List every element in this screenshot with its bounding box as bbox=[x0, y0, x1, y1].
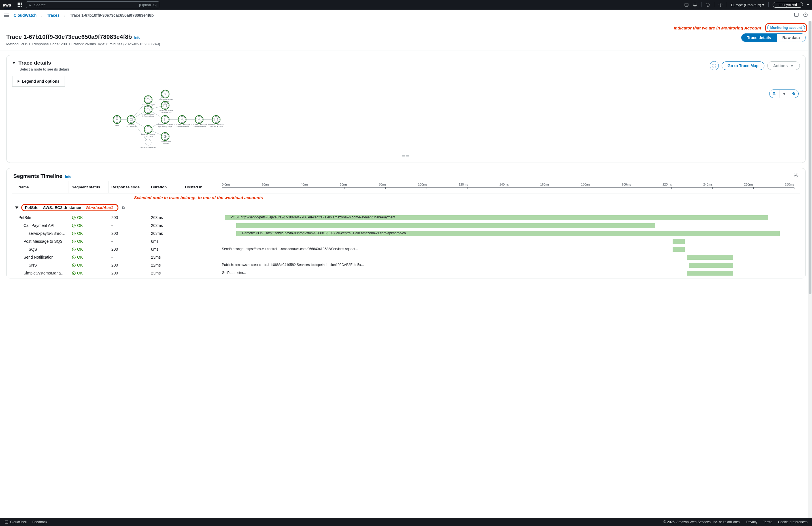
segment-response: 200 bbox=[108, 270, 148, 276]
svg-text:EC2 Instance: EC2 Instance bbox=[126, 126, 136, 128]
svg-point-68 bbox=[164, 136, 166, 137]
col-duration[interactable]: Duration bbox=[148, 181, 182, 193]
actions-dropdown[interactable]: Actions ▼ bbox=[767, 61, 800, 70]
tab-trace-details[interactable]: Trace details bbox=[741, 34, 777, 42]
segment-host bbox=[182, 240, 222, 243]
clock-icon[interactable] bbox=[803, 12, 808, 18]
copy-icon[interactable] bbox=[121, 206, 125, 209]
svg-text:ECS Container: ECS Container bbox=[143, 116, 154, 118]
col-response[interactable]: Response code bbox=[108, 181, 148, 193]
zoom-controls bbox=[769, 89, 799, 98]
svg-point-6 bbox=[720, 4, 721, 5]
svg-point-99 bbox=[72, 255, 75, 259]
tab-raw-data[interactable]: Raw data bbox=[777, 34, 806, 42]
segment-row[interactable]: Call Payment APIOK-203ms bbox=[12, 221, 800, 230]
svg-text:PetSite: PetSite bbox=[128, 124, 134, 126]
segment-host bbox=[182, 216, 222, 219]
info-link[interactable]: Info bbox=[134, 36, 141, 40]
search-placeholder: Search bbox=[34, 3, 46, 7]
search-icon bbox=[29, 3, 32, 7]
resize-handle[interactable]: ══ bbox=[12, 154, 800, 158]
svg-line-85 bbox=[775, 94, 776, 95]
collapse-caret-icon[interactable] bbox=[12, 62, 16, 64]
segment-response: - bbox=[108, 222, 148, 229]
segment-name: SNS bbox=[12, 262, 69, 268]
annotation-workload: Selected node in trace belongs to one of… bbox=[12, 193, 800, 202]
segment-row[interactable]: servic-payfo-88nron...OK200203msRemote: … bbox=[12, 230, 800, 237]
privacy-link[interactable]: Privacy bbox=[746, 520, 757, 524]
segment-duration: 6ms bbox=[148, 246, 182, 253]
svg-point-94 bbox=[72, 216, 75, 219]
svg-text:Services-...X5PiLgM: Services-...X5PiLgM bbox=[175, 124, 190, 126]
group-account: WorkloadAcc1 bbox=[86, 205, 113, 210]
trace-map-svg: Client PetSiteEC2 Instance Services.../H… bbox=[108, 88, 228, 151]
svg-text:DynamoDB Table: DynamoDB Table bbox=[210, 126, 223, 128]
panel-toggle-icon[interactable] bbox=[794, 12, 799, 18]
info-link[interactable]: Info bbox=[65, 175, 71, 179]
col-status[interactable]: Segment status bbox=[69, 181, 108, 193]
svg-text:https://sq...et7/adk: https://sq...et7/adk bbox=[141, 134, 155, 135]
svg-text:ApiGateway Stage: ApiGateway Stage bbox=[158, 126, 172, 128]
timeline-bar-label: Remote: POST http://servic-payfo-88nronv… bbox=[242, 231, 408, 235]
col-hosted-in[interactable]: Hosted in bbox=[182, 181, 222, 193]
svg-text:Client: Client bbox=[115, 125, 119, 126]
view-tabs: Trace details Raw data bbox=[741, 33, 806, 42]
segment-response: 200 bbox=[108, 262, 148, 268]
segment-duration: 23ms bbox=[148, 270, 182, 276]
col-name[interactable]: Name bbox=[12, 181, 69, 193]
segment-row[interactable]: Post Message to SQSOK-6ms bbox=[12, 237, 800, 245]
segment-name: Post Message to SQS bbox=[12, 238, 69, 245]
segment-row[interactable]: SNSOK20022msPublish: arn:aws:sns:eu-cent… bbox=[12, 261, 800, 269]
cloudshell-link[interactable]: CloudShell bbox=[4, 520, 27, 524]
segment-row[interactable]: PetSiteOK200263msPOST http://servic-pets… bbox=[12, 214, 800, 221]
breadcrumb-traces[interactable]: Traces bbox=[47, 13, 59, 17]
zoom-reset-button[interactable] bbox=[779, 90, 789, 98]
go-to-trace-map-button[interactable]: Go to Trace Map bbox=[722, 61, 764, 70]
zoom-in-button[interactable] bbox=[769, 90, 779, 98]
segment-bar-cell: Remote: POST http://servic-payfo-88nronv… bbox=[222, 230, 800, 236]
terms-link[interactable]: Terms bbox=[763, 520, 772, 524]
aws-logo[interactable]: aws bbox=[3, 2, 14, 8]
footer: CloudShell Feedback © 2025, Amazon Web S… bbox=[0, 518, 812, 526]
region-selector[interactable]: Europe (Frankfurt) bbox=[731, 3, 764, 7]
svg-text:Services-...X5PiLgM: Services-...X5PiLgM bbox=[191, 124, 207, 126]
side-nav-toggle[interactable] bbox=[4, 14, 9, 17]
monitoring-account-badge[interactable]: Monitoring account bbox=[767, 25, 805, 31]
segment-host bbox=[182, 224, 222, 227]
segments-panel: Segments Timeline Info Name Segment stat… bbox=[6, 168, 806, 278]
segment-status: OK bbox=[69, 262, 108, 268]
segment-group-row[interactable]: PetSite AWS::EC2::Instance WorkloadAcc1 bbox=[12, 202, 800, 214]
segment-row[interactable]: SQSOK2006msSendMessage: https://sqs.eu-c… bbox=[12, 245, 800, 253]
cloudshell-icon[interactable] bbox=[684, 2, 689, 7]
user-menu[interactable]: anonymized bbox=[773, 2, 803, 8]
fullscreen-button[interactable] bbox=[710, 61, 719, 70]
chevron-down-icon[interactable] bbox=[807, 4, 809, 6]
settings-icon[interactable] bbox=[794, 173, 799, 178]
notifications-icon[interactable] bbox=[693, 2, 697, 7]
services-grid-icon[interactable] bbox=[17, 2, 22, 7]
svg-text:Remote: Remote bbox=[163, 143, 170, 144]
svg-point-0 bbox=[29, 4, 31, 6]
svg-rect-7 bbox=[795, 13, 798, 16]
vertical-scrollbar[interactable] bbox=[808, 21, 812, 518]
cookie-prefs-link[interactable]: Cookie preferences bbox=[778, 520, 808, 524]
svg-point-59 bbox=[162, 116, 168, 123]
trace-map[interactable]: Client PetSiteEC2 Instance Services.../H… bbox=[12, 88, 800, 154]
segment-status: OK bbox=[69, 254, 108, 261]
segment-duration: 22ms bbox=[148, 262, 182, 268]
zoom-out-button[interactable] bbox=[789, 90, 798, 98]
feedback-link[interactable]: Feedback bbox=[32, 520, 47, 524]
settings-icon[interactable] bbox=[718, 2, 723, 7]
legend-and-options[interactable]: Legend and options bbox=[12, 76, 65, 87]
segment-name: Call Payment API bbox=[12, 222, 69, 229]
segment-bar-cell bbox=[222, 254, 800, 260]
segment-row[interactable]: SimpleSystemsManage...OK20023msGetParame… bbox=[12, 269, 800, 277]
help-icon[interactable] bbox=[706, 2, 710, 7]
segment-row[interactable]: Send NotificationOK-23ms bbox=[12, 253, 800, 261]
svg-point-32 bbox=[145, 97, 151, 103]
segments-title: Segments Timeline bbox=[13, 173, 62, 179]
svg-text:SimpleSy..magement: SimpleSy..magement bbox=[140, 146, 156, 148]
global-search[interactable]: Search [Option+S] bbox=[26, 1, 159, 8]
breadcrumb-cloudwatch[interactable]: CloudWatch bbox=[14, 13, 37, 17]
trace-details-sub: Select a node to see its details bbox=[19, 67, 69, 71]
